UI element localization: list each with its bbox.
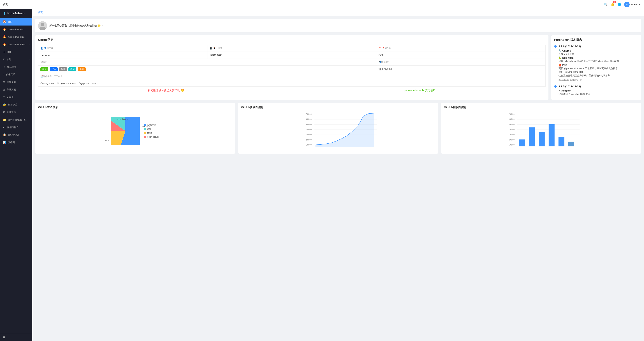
contact-label: 📬联系地址: [378, 61, 543, 64]
legend-forks: forks: [144, 132, 159, 134]
result-icon: ⊙: [3, 81, 5, 84]
bar-y-70k: 70,000: [508, 113, 515, 115]
perf-detail-1: 更新 @pureadmin/theme 至最新版，带来更好的类型提示: [558, 67, 638, 70]
topbar: 首页 🔍 🔔 13 🌐 A admin ▼: [0, 0, 644, 9]
version-block-396: 3.9.6 (2022-12-19) 🔧 Chores 升级 vite4 版本 …: [554, 45, 638, 81]
sidebar-item-label: 权限管理: [8, 103, 17, 106]
sidebar-item-label: 首页: [8, 20, 12, 23]
legend-label-star: star: [147, 128, 151, 130]
external-icon: 🖥: [3, 66, 6, 69]
changelog-perf: 🍎 Perf 更新 @pureadmin/theme 至最新版，带来更好的类型提…: [558, 64, 638, 77]
line-chart-container: 70,000 60,000 50,000 40,000 30,000 20,00…: [241, 111, 435, 151]
y-label-70k: 70,000: [306, 113, 312, 115]
lock-icon: 🔐: [3, 103, 6, 106]
tag-drama: 追剧: [78, 67, 86, 71]
sidebar-item-label: 异常页面: [7, 88, 16, 91]
sidebar-item-home[interactable]: 🏠 首页: [0, 18, 32, 26]
chores-title: 🔧 Chores: [558, 49, 638, 52]
tab-home[interactable]: 首页: [35, 9, 46, 16]
translate-icon[interactable]: 🌐: [618, 3, 621, 7]
form-icon: 📋: [3, 133, 6, 137]
perf-title: 🍎 Perf: [558, 64, 638, 67]
legend-star: star: [144, 128, 159, 130]
bugfixes-detail: 修复 tailwind.css 错误的引入方式导致 vite 的 hmr 慢的问…: [558, 60, 638, 63]
y-label-50k: 50,000: [306, 123, 312, 125]
avatar: A: [624, 2, 630, 7]
perf-detail-2: 优化 PureTableBar 组件: [558, 71, 638, 74]
sidebar-item-doc[interactable]: 🔥 pure-admin-doc: [0, 26, 32, 33]
welcome-message: 折一根天使羽毛，愿拂去您的疲惫烦恼忧伤 🌟 ！: [49, 24, 104, 27]
pie-chart-title: GitHub饼图信息: [38, 106, 232, 109]
legend-dot-star: [144, 128, 146, 130]
promo-left[interactable]: 精简版开发体验也太赞了吧 🤩: [148, 89, 184, 92]
sidebar-item-external[interactable]: 🖥 外部页面 ›: [0, 63, 32, 71]
sidebar-item-tabs[interactable]: 🏷 标签页操作: [0, 124, 32, 131]
github-info-title: GitHub信息: [38, 38, 546, 42]
search-icon[interactable]: 🔍: [604, 3, 608, 7]
sidebar-item-label: 功能: [7, 58, 11, 61]
chevron-icon: ›: [29, 51, 30, 53]
bugfixes-title: 🐛 Bug fixes: [558, 56, 638, 59]
chevron-icon: ›: [29, 43, 30, 46]
sidebar-item-lists[interactable]: ☰ 列表页 ›: [0, 93, 32, 101]
sidebar-item-tooltip[interactable]: 📁 目录超出显示 Tooltip... ›: [0, 116, 32, 124]
bar-y-50k: 50,000: [508, 123, 515, 125]
legend-label-openissues: open_issues: [147, 136, 159, 138]
content: 折一根天使羽毛，愿拂去您的疲惫烦恼忧伤 🌟 ！ GitHub信息 👤: [32, 16, 644, 341]
changelog-chores: 🔧 Chores 升级 vite4 版本: [558, 49, 638, 56]
bar-chart-container: 70,000 60,000 50,000 40,000 30,000 20,00…: [444, 111, 638, 151]
sidebar-item-label: pure-admin-table: [8, 43, 25, 46]
refactor-title: ✔ refactor: [558, 89, 638, 92]
tags-label: 🏷标签: [40, 61, 374, 64]
sidebar-item-menus[interactable]: ≡ 多级菜单 ›: [0, 71, 32, 78]
collapse-button[interactable]: ☰: [0, 334, 32, 341]
welcome-banner: 折一根天使羽毛，愿拂去您的疲惫烦恼忧伤 🌟 ！: [35, 19, 641, 32]
bar-y-20k: 20,000: [508, 139, 515, 141]
bar-4: [549, 124, 554, 146]
flow-icon: 📊: [3, 141, 6, 144]
home-icon: 🏠: [3, 20, 6, 23]
welcome-avatar-img: [38, 21, 47, 30]
sidebar-item-results[interactable]: ⊙ 结果页面 ›: [0, 78, 32, 86]
sidebar: 💧 PureAdmin 🏠 首页 🔥 pure-admin-doc 🔥 pure…: [0, 9, 32, 341]
chevron-icon: ›: [29, 111, 30, 113]
line-chart-title: GitHub折线图信息: [241, 106, 435, 109]
version-date: 2022/12/19 12:15:41 PM: [558, 79, 638, 81]
pie-forks-label: forks: [105, 139, 109, 141]
sidebar-item-components[interactable]: ⊞ 组件 ›: [0, 48, 32, 56]
logo-text: PureAdmin: [7, 12, 24, 15]
sidebar-item-label: 结果页面: [7, 81, 16, 84]
tag-icon: 🏷: [3, 126, 6, 129]
function-icon: ⚙: [3, 58, 5, 61]
chevron-icon: ›: [29, 74, 30, 76]
location-label: 📍 📍居住地: [378, 47, 543, 50]
sidebar-item-form[interactable]: 📋 表单设计器: [0, 131, 32, 139]
changelog-title: PureAdmin 版本日志: [554, 38, 638, 42]
sidebar-item-functions[interactable]: ⚙ 功能 ›: [0, 56, 32, 63]
sidebar-item-label: 流程图: [8, 141, 15, 144]
chevron-icon: ›: [29, 81, 30, 83]
sidebar-item-system[interactable]: ⚙ 系统管理 ›: [0, 109, 32, 116]
sidebar-item-table[interactable]: 🔥 pure-admin-table ›: [0, 41, 32, 48]
chevron-down-icon: ▼: [638, 3, 641, 6]
y-label-40k: 40,000: [306, 128, 312, 131]
user-area[interactable]: A admin ▼: [624, 2, 641, 7]
tag-study: 好学: [50, 67, 58, 71]
tag-humor: 幽默: [59, 67, 67, 71]
promo-right[interactable]: pure-admin-table 真方便呀: [404, 89, 436, 92]
fire-icon-3: 🔥: [3, 43, 6, 46]
sidebar-item-utils[interactable]: 🔥 pure-admin-utils: [0, 33, 32, 41]
sidebar-item-perms[interactable]: 🔐 权限管理 ›: [0, 101, 32, 109]
location-icon: 📍: [378, 47, 381, 50]
bar-chart-card: GitHub柱状图信息 70,000 60,000 50,000 40,000 …: [441, 103, 641, 154]
charts-row: GitHub饼图信息: [35, 103, 641, 154]
sidebar-item-flow[interactable]: 📊 流程图: [0, 139, 32, 146]
pie-chart-container: watchers forks open_issues watchers: [38, 111, 232, 151]
info-table: 👤 👤用户名 📱 📱手机号: [38, 45, 546, 87]
changelog-bugfixes: 🐛 Bug fixes 修复 tailwind.css 错误的引入方式导致 vi…: [558, 56, 638, 63]
bar-y-40k: 40,000: [508, 128, 515, 131]
sidebar-item-label: 外部页面: [7, 65, 16, 69]
sidebar-item-label: 组件: [7, 50, 11, 54]
sidebar-item-errors[interactable]: ⚠ 异常页面 ›: [0, 86, 32, 93]
list-icon: ☰: [3, 96, 5, 99]
